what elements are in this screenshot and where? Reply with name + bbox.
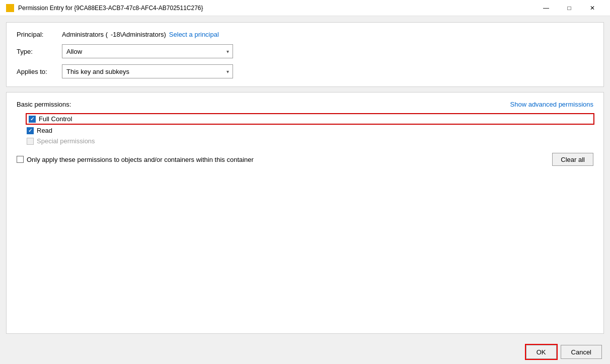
principal-label: Principal: [17,31,62,38]
applies-to-select[interactable]: This key and subkeys This key only Subke… [62,64,233,78]
title-bar: Permission Entry for {9CA88EE3-ACB7-47c8… [0,0,610,16]
permissions-header: Basic permissions: Show advanced permiss… [17,101,593,108]
full-control-label: Full Control [39,115,72,123]
applies-to-select-wrapper: This key and subkeys This key only Subke… [62,64,233,78]
type-select-wrapper: Allow Deny ▾ [62,44,233,58]
top-section-panel: Principal: Administrators ( -18\Administ… [6,22,604,87]
principal-value: Administrators ( -18\Administrators) Sel… [62,31,219,38]
only-apply-row: Only apply these permissions to objects … [17,156,254,163]
permission-entry-window: Permission Entry for {9CA88EE3-ACB7-47c8… [0,0,610,364]
select-principal-link[interactable]: Select a principal [169,31,219,38]
principal-value-part1: Administrators ( [62,31,108,38]
title-bar-controls: — □ ✕ [535,0,604,16]
footer-row: Only apply these permissions to objects … [17,153,593,166]
window-content: Principal: Administrators ( -18\Administ… [0,16,610,340]
permissions-list: Full Control Read Special permissions [27,114,593,145]
bottom-bar: OK Cancel [0,340,610,364]
only-apply-checkbox[interactable] [17,156,24,163]
title-bar-text: Permission Entry for {9CA88EE3-ACB7-47c8… [18,5,535,12]
type-row: Type: Allow Deny ▾ [17,44,593,58]
applies-to-row: Applies to: This key and subkeys This ke… [17,64,593,78]
maximize-button[interactable]: □ [558,0,581,16]
special-permissions-label: Special permissions [37,137,95,145]
special-permissions-checkbox[interactable] [27,138,34,145]
ok-button[interactable]: OK [526,345,557,359]
full-control-checkbox[interactable] [29,116,36,123]
read-row: Read [27,127,593,134]
window-icon [6,4,14,12]
only-apply-label: Only apply these permissions to objects … [27,156,254,163]
applies-to-label: Applies to: [17,68,62,75]
cancel-button[interactable]: Cancel [561,345,602,359]
type-select[interactable]: Allow Deny [62,44,233,58]
type-label: Type: [17,48,62,55]
special-permissions-row: Special permissions [27,137,593,145]
basic-permissions-title: Basic permissions: [17,101,71,108]
permissions-panel: Basic permissions: Show advanced permiss… [6,92,604,334]
minimize-button[interactable]: — [535,0,558,16]
clear-all-button[interactable]: Clear all [552,153,593,166]
principal-row: Principal: Administrators ( -18\Administ… [17,31,593,38]
svg-rect-1 [6,6,10,7]
close-button[interactable]: ✕ [581,0,604,16]
show-advanced-permissions-link[interactable]: Show advanced permissions [510,101,593,108]
read-checkbox[interactable] [27,127,34,134]
principal-value-part2: -18\Administrators) [111,31,166,38]
full-control-row: Full Control [27,114,593,124]
read-label: Read [37,127,52,134]
